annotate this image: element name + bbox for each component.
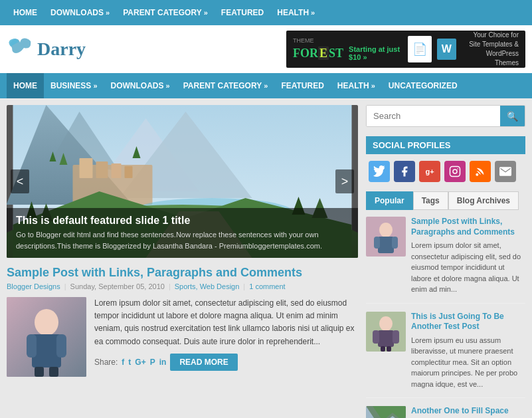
top-nav-home[interactable]: HOME <box>7 8 44 17</box>
share-googleplus[interactable]: G+ <box>135 358 145 367</box>
sidebar-post-2-content: This is Just Going To Be Another Test Po… <box>411 312 525 390</box>
banner-right-text: Your Choice for Site Templates & WordPre… <box>467 31 519 68</box>
post-content: Lorem ipsum dolor sit amet, consectetur … <box>94 297 358 377</box>
sidebar: 🔍 SOCIAL PROFILES g+ <box>366 105 525 418</box>
social-profiles-title: SOCIAL PROFILES <box>366 136 525 154</box>
svg-rect-26 <box>35 367 44 377</box>
svg-rect-36 <box>392 237 398 249</box>
svg-rect-7 <box>96 161 108 178</box>
svg-rect-42 <box>381 346 385 352</box>
forest-brand: FOREST <box>293 47 343 60</box>
post-text: Lorem ipsum dolor sit amet, consectetur … <box>94 297 358 348</box>
sidebar-tabs: Popular Tags Blog Archives <box>366 191 525 210</box>
sidebar-post-3-title[interactable]: Another One to Fill Space <box>411 406 525 417</box>
svg-rect-28 <box>450 167 460 177</box>
svg-rect-43 <box>387 346 391 352</box>
main-column: < > This is default featured slide 1 tit… <box>7 105 358 418</box>
search-button[interactable]: 🔍 <box>500 106 525 126</box>
content-wrapper: < > This is default featured slide 1 tit… <box>0 98 532 418</box>
sidebar-post-1-content: Sample Post with Links, Paragraphs and C… <box>411 217 525 295</box>
svg-point-38 <box>379 316 393 331</box>
sidebar-post-2-title[interactable]: This is Just Going To Be Another Test Po… <box>411 312 525 332</box>
tab-tags[interactable]: Tags <box>413 191 448 210</box>
top-nav-parent-category[interactable]: PARENT CATEGORY <box>116 8 215 17</box>
svg-rect-40 <box>373 330 379 344</box>
post-meta: Blogger Designs | Sunday, September 05, … <box>7 282 358 290</box>
sidebar-post-1: Sample Post with Links, Paragraphs and C… <box>366 217 525 304</box>
slider-prev-button[interactable]: < <box>11 169 29 193</box>
advertisement-banner[interactable]: THEME FOREST Starting at just $10 » 📄 W … <box>286 31 525 68</box>
sidebar-post-3: Another One to Fill Space Lorem ipsum eu… <box>366 406 525 418</box>
post-categories[interactable]: Sports, Web Design <box>175 282 240 290</box>
banner-tagline: Starting at just $10 » <box>349 45 408 61</box>
site-logo[interactable]: Darry <box>7 35 86 64</box>
featured-slider: < > This is default featured slide 1 tit… <box>7 105 358 258</box>
slider-title: This is default featured slide 1 title <box>16 215 349 227</box>
post-thumbnail <box>7 297 86 377</box>
post-title[interactable]: Sample Post with Links, Paragraphs and C… <box>7 266 358 280</box>
sidebar-post-3-thumbnail <box>366 406 406 418</box>
main-nav-featured[interactable]: FEATURED <box>274 73 330 98</box>
sidebar-post-2-thumbnail <box>366 312 406 352</box>
share-twitter[interactable]: t <box>128 358 131 367</box>
main-nav-parent-category[interactable]: PARENT CATEGORY <box>177 73 275 98</box>
post-comments-link[interactable]: 1 comment <box>249 282 285 290</box>
main-nav-business[interactable]: BUSINESS <box>44 73 104 98</box>
top-navigation: HOME DOWNLOADS PARENT CATEGORY FEATURED … <box>0 0 532 25</box>
instagram-icon[interactable] <box>444 161 466 182</box>
facebook-icon[interactable] <box>394 161 415 182</box>
top-nav-featured[interactable]: FEATURED <box>215 8 270 17</box>
svg-rect-24 <box>27 334 37 358</box>
main-nav-home[interactable]: HOME <box>7 73 44 98</box>
top-nav-downloads[interactable]: DOWNLOADS <box>44 8 116 17</box>
svg-rect-6 <box>80 158 93 178</box>
post-share-row: Share: f t G+ P in READ MORE <box>94 354 358 371</box>
svg-point-30 <box>457 168 458 169</box>
sidebar-post-1-thumbnail <box>366 217 406 257</box>
slider-next-button[interactable]: > <box>335 169 354 193</box>
svg-rect-25 <box>56 334 66 358</box>
search-widget: 🔍 <box>366 105 525 127</box>
slider-overlay: This is default featured slide 1 title G… <box>7 208 358 258</box>
share-label: Share: <box>94 358 118 367</box>
tab-popular[interactable]: Popular <box>366 191 413 210</box>
post-date: Sunday, September 05, 2010 <box>70 282 165 290</box>
main-nav-uncategorized[interactable]: UNCATEGORIZED <box>382 73 464 98</box>
share-linkedin[interactable]: in <box>159 358 167 367</box>
sidebar-post-2-text: Lorem ipsum eu usu assum liberavisse, ut… <box>411 335 525 390</box>
twitter-icon[interactable] <box>369 161 390 182</box>
post-body: Lorem ipsum dolor sit amet, consectetur … <box>7 297 358 377</box>
google-plus-icon[interactable]: g+ <box>419 161 440 182</box>
sidebar-post-3-content: Another One to Fill Space Lorem ipsum eu… <box>411 406 525 418</box>
blog-post: Sample Post with Links, Paragraphs and C… <box>7 266 358 377</box>
social-icons-row: g+ <box>366 161 525 182</box>
post-author[interactable]: Blogger Designs <box>7 282 60 290</box>
svg-rect-8 <box>112 163 122 178</box>
svg-point-29 <box>453 169 457 173</box>
share-facebook[interactable]: f <box>122 358 124 367</box>
svg-point-22 <box>35 309 58 336</box>
main-nav-downloads[interactable]: DOWNLOADS <box>104 73 177 98</box>
sidebar-post-2: This is Just Going To Be Another Test Po… <box>366 312 525 399</box>
top-nav-health[interactable]: HEALTH <box>270 8 321 17</box>
site-header: Darry THEME FOREST Starting at just $10 … <box>0 25 532 73</box>
svg-point-33 <box>379 223 393 237</box>
search-input[interactable] <box>367 106 500 126</box>
svg-rect-41 <box>393 330 399 344</box>
email-icon[interactable] <box>495 161 516 182</box>
svg-rect-39 <box>378 330 394 347</box>
rss-icon[interactable] <box>470 161 491 182</box>
svg-rect-9 <box>125 166 133 178</box>
sidebar-post-1-title[interactable]: Sample Post with Links, Paragraphs and C… <box>411 217 525 237</box>
share-pinterest[interactable]: P <box>150 358 155 367</box>
tab-blog-archives[interactable]: Blog Archives <box>448 191 519 210</box>
svg-point-31 <box>476 173 478 176</box>
site-name: Darry <box>37 39 86 60</box>
main-nav-health[interactable]: HEALTH <box>331 73 382 98</box>
svg-rect-27 <box>49 367 58 377</box>
main-navigation: HOME BUSINESS DOWNLOADS PARENT CATEGORY … <box>0 73 532 98</box>
svg-rect-35 <box>374 237 380 249</box>
sidebar-post-1-text: Lorem ipsum dolor sit amet, consectetur … <box>411 240 525 295</box>
read-more-button[interactable]: READ MORE <box>170 354 237 371</box>
svg-rect-34 <box>378 237 394 253</box>
